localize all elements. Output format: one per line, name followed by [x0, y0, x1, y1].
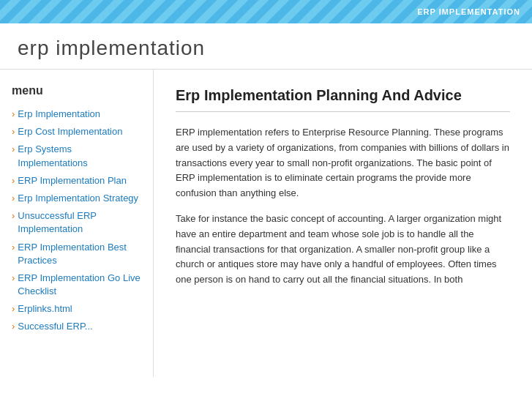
sidebar-nav-item: ›ERP Implementation Plan: [12, 174, 141, 187]
nav-arrow-icon: ›: [12, 175, 15, 186]
sidebar-nav-item: ›ERP Implementation Best Practices: [12, 241, 141, 267]
sidebar-nav-link[interactable]: ERP Implementation Go Live Checklist: [18, 272, 141, 298]
sidebar-nav-link[interactable]: ERP Implementation Plan: [18, 174, 127, 187]
sidebar-nav-link[interactable]: Erp Implementation: [18, 108, 100, 121]
content-paragraph: Take for instance the basic concept of a…: [176, 212, 510, 288]
sidebar: menu ›Erp Implementation›Erp Cost Implem…: [0, 70, 154, 377]
nav-arrow-icon: ›: [12, 321, 15, 332]
sidebar-nav-item: ›Successful ERP...: [12, 320, 141, 333]
sidebar-nav-link[interactable]: Unsuccessful ERP Implementation: [18, 209, 141, 236]
nav-arrow-icon: ›: [12, 108, 15, 119]
content-divider: [176, 111, 510, 112]
nav-arrow-icon: ›: [12, 143, 15, 154]
sidebar-nav-item: ›Erp Systems Implementations: [12, 143, 141, 169]
content-paragraph: ERP implementation refers to Enterprise …: [176, 125, 510, 201]
sidebar-menu-label: menu: [12, 84, 141, 97]
top-banner-text: ERP IMPLEMENTATION: [417, 7, 520, 16]
sidebar-nav-item: ›Erp Cost Implementation: [12, 125, 141, 138]
nav-arrow-icon: ›: [12, 272, 15, 283]
sidebar-nav-link[interactable]: Successful ERP...: [18, 320, 92, 333]
sidebar-nav-link[interactable]: Erp Implementation Strategy: [18, 192, 138, 205]
nav-arrow-icon: ›: [12, 193, 15, 204]
sidebar-nav-item: ›Erplinks.html: [12, 302, 141, 316]
sidebar-nav-link[interactable]: Erplinks.html: [18, 302, 72, 316]
sidebar-nav-item: ›Erp Implementation Strategy: [12, 192, 141, 205]
site-title: erp implementation: [18, 37, 514, 60]
sidebar-nav-link[interactable]: Erp Cost Implementation: [18, 125, 122, 138]
sidebar-nav-link[interactable]: Erp Systems Implementations: [18, 143, 141, 169]
content-title: Erp Implementation Planning And Advice: [176, 87, 510, 104]
sidebar-nav-link[interactable]: ERP Implementation Best Practices: [18, 241, 141, 267]
nav-arrow-icon: ›: [12, 126, 15, 137]
nav-arrow-icon: ›: [12, 210, 15, 221]
content-area: Erp Implementation Planning And Advice E…: [154, 70, 532, 377]
sidebar-nav-item: ›Erp Implementation: [12, 108, 141, 121]
content-paragraphs: ERP implementation refers to Enterprise …: [176, 125, 510, 288]
main-layout: menu ›Erp Implementation›Erp Cost Implem…: [0, 70, 532, 377]
sidebar-nav: ›Erp Implementation›Erp Cost Implementat…: [12, 108, 141, 334]
nav-arrow-icon: ›: [12, 303, 15, 314]
nav-arrow-icon: ›: [12, 242, 15, 253]
site-header: erp implementation: [0, 23, 532, 70]
top-banner: ERP IMPLEMENTATION: [0, 0, 532, 23]
sidebar-nav-item: ›Unsuccessful ERP Implementation: [12, 209, 141, 236]
sidebar-nav-item: ›ERP Implementation Go Live Checklist: [12, 272, 141, 298]
